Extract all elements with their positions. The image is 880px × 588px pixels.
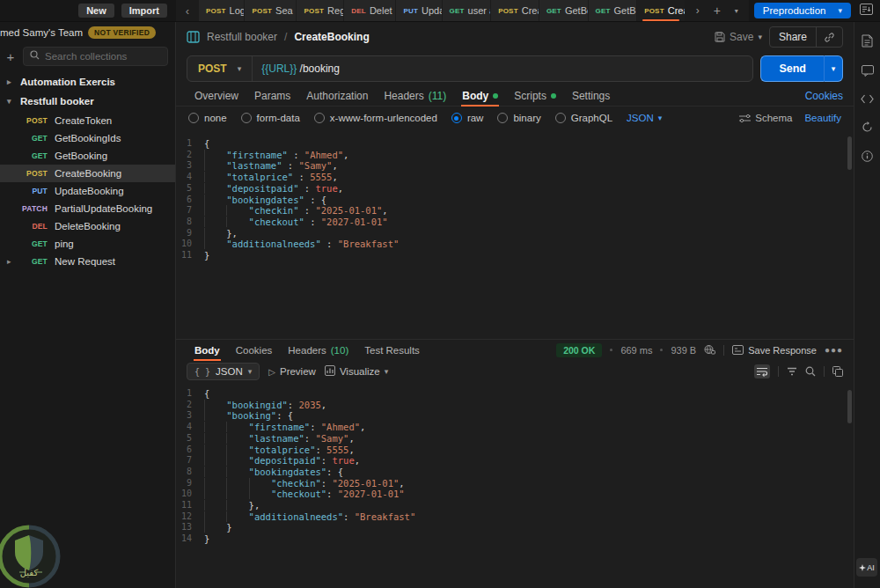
open-request-tab[interactable]: PUT Upda xyxy=(396,0,441,21)
open-request-tab[interactable]: GET GetBc xyxy=(539,0,588,21)
tab-options-chevron-icon[interactable]: ▾ xyxy=(728,2,745,19)
save-button[interactable]: Save ▾ xyxy=(715,31,762,43)
tab-method-label: POST xyxy=(206,7,226,15)
url-variable: {{URL}} xyxy=(261,62,297,75)
environment-quick-look-icon[interactable] xyxy=(860,3,873,18)
sidebar-request-item[interactable]: ▸ POST CreateBooking xyxy=(0,165,175,182)
response-more-options-icon[interactable]: ●●● xyxy=(825,345,843,355)
open-request-tab[interactable]: GET user a xyxy=(443,0,491,21)
method-selector[interactable]: POST ▾ xyxy=(187,56,253,81)
environment-selector[interactable]: Preproduction ▾ xyxy=(754,3,851,18)
code-content: "lastname" : "Samy", xyxy=(204,160,338,172)
send-options-chevron-icon[interactable]: ▾ xyxy=(824,55,843,82)
code-line: 8 "checkout" : "2027-01-01" xyxy=(176,217,854,228)
response-tab-cookies[interactable]: Cookies xyxy=(228,340,281,360)
line-number: 9 xyxy=(176,228,204,239)
tab-settings[interactable]: Settings xyxy=(564,85,618,106)
response-tab-body[interactable]: Body xyxy=(187,340,228,360)
line-number: 7 xyxy=(176,455,204,467)
copy-response-icon[interactable] xyxy=(832,366,843,377)
sidebar-request-item[interactable]: ▸ DEL DeleteBooking xyxy=(0,217,175,235)
sidebar-request-item[interactable]: ▸ GET New Request xyxy=(0,253,175,270)
line-number: 8 xyxy=(176,467,204,478)
open-request-tab[interactable]: POST Sea xyxy=(245,0,296,21)
postbot-ai-button[interactable]: AI xyxy=(856,558,877,577)
breadcrumb-collection[interactable]: Restfull booker xyxy=(207,31,277,43)
tab-title: Regi xyxy=(327,5,343,16)
body-mode-raw[interactable]: raw xyxy=(451,113,484,123)
open-request-tab[interactable]: POST Crea xyxy=(491,0,539,21)
body-mode-binary[interactable]: binary xyxy=(497,113,540,123)
search-response-icon[interactable] xyxy=(805,366,816,377)
comments-icon[interactable] xyxy=(862,65,874,77)
code-content: } xyxy=(204,522,232,533)
url-input[interactable]: {{URL}} /booking xyxy=(253,62,752,75)
open-request-tab[interactable]: POST Regi xyxy=(297,0,343,21)
body-mode-form-data[interactable]: form-data xyxy=(241,113,300,123)
beautify-button[interactable]: Beautify xyxy=(804,113,841,123)
documentation-icon[interactable] xyxy=(862,34,873,48)
collection-automation-exercis[interactable]: ▸ Automation Exercis xyxy=(0,73,175,91)
tab-title: Delet xyxy=(370,5,392,16)
sidebar-request-item[interactable]: ▸ GET GetBooking xyxy=(0,147,175,165)
send-button[interactable]: Send xyxy=(760,55,824,82)
editor-scrollbar[interactable] xyxy=(847,136,852,170)
code-snippet-icon[interactable] xyxy=(861,94,874,104)
wrap-lines-icon[interactable] xyxy=(754,364,770,379)
team-row[interactable]: med Samy's Team NOT VERIFIED xyxy=(0,22,175,43)
body-mode-urlencoded[interactable]: x-www-form-urlencoded xyxy=(314,113,437,123)
collection-icon xyxy=(187,31,200,43)
sidebar-request-item[interactable]: ▸ PATCH PartialUpdateBooking xyxy=(0,200,175,217)
tab-title: user a xyxy=(468,5,491,16)
add-collection-button[interactable]: + xyxy=(4,49,18,64)
tab-body[interactable]: Body xyxy=(454,85,506,106)
open-request-tab[interactable]: POST Logi xyxy=(199,0,244,21)
open-request-tab[interactable]: DEL Delet xyxy=(344,0,395,21)
info-icon[interactable] xyxy=(862,151,873,162)
line-number: 7 xyxy=(176,205,204,217)
top-bar: New Import ‹ POST Logi POST Sea POST Reg… xyxy=(0,0,880,22)
schema-button[interactable]: Schema xyxy=(739,113,792,123)
visualize-button[interactable]: Visualize ▾ xyxy=(325,365,388,378)
refresh-icon[interactable] xyxy=(862,121,873,133)
sidebar-request-item[interactable]: ▸ GET GetBookingIds xyxy=(0,129,175,147)
response-tab-test-results[interactable]: Test Results xyxy=(356,340,428,360)
open-request-tab[interactable]: GET GetBc xyxy=(589,0,637,21)
tab-scripts[interactable]: Scripts xyxy=(506,85,564,106)
new-button[interactable]: New xyxy=(78,4,114,18)
sidebar-request-item[interactable]: ▸ POST CreateToken xyxy=(0,112,175,129)
tab-params[interactable]: Params xyxy=(246,85,298,106)
cookies-link[interactable]: Cookies xyxy=(805,85,843,106)
body-mode-none[interactable]: none xyxy=(188,113,227,123)
tab-authorization[interactable]: Authorization xyxy=(298,85,376,106)
search-collections-box[interactable] xyxy=(23,47,168,66)
tabs-scroll-left-icon[interactable]: ‹ xyxy=(176,0,199,21)
tabs-scroll-right-icon[interactable]: › xyxy=(689,2,707,19)
request-body-editor[interactable]: 1 { 2 "firstname" : "Ahmed", 3 "lastname… xyxy=(176,129,854,339)
response-format-selector[interactable]: { } JSON ▾ xyxy=(187,363,260,380)
response-scrollbar[interactable] xyxy=(847,390,852,423)
filter-icon[interactable] xyxy=(787,367,797,376)
sidebar-request-item[interactable]: ▸ GET ping xyxy=(0,235,175,253)
preview-button[interactable]: ▷ Preview xyxy=(268,366,316,377)
search-collections-input[interactable] xyxy=(45,51,161,62)
network-info-icon[interactable] xyxy=(704,344,715,356)
collection-restfull-booker[interactable]: ▾ Restfull booker xyxy=(0,92,175,110)
tab-overview[interactable]: Overview xyxy=(187,85,246,106)
response-tab-headers[interactable]: Headers (10) xyxy=(280,340,356,360)
share-button[interactable]: Share xyxy=(770,31,816,43)
code-line: 5 "depositpaid" : true, xyxy=(176,183,854,195)
copy-link-icon[interactable] xyxy=(816,27,842,47)
code-content: "bookingdates" : { xyxy=(204,195,326,206)
tab-headers[interactable]: Headers (11) xyxy=(376,85,454,106)
chevron-down-icon: ▾ xyxy=(385,367,389,376)
body-mode-graphql[interactable]: GraphQL xyxy=(555,113,612,123)
request-method-label: GET xyxy=(16,239,48,248)
status-badge: 200 OK xyxy=(556,343,602,357)
new-tab-button[interactable]: + xyxy=(708,2,726,19)
open-request-tab[interactable]: POST Crea xyxy=(637,0,685,21)
sidebar-request-item[interactable]: ▸ PUT UpdateBooking xyxy=(0,182,175,200)
body-language-selector[interactable]: JSON ▾ xyxy=(627,113,662,123)
save-response-button[interactable]: Save Response xyxy=(732,345,817,356)
import-button[interactable]: Import xyxy=(121,4,167,18)
